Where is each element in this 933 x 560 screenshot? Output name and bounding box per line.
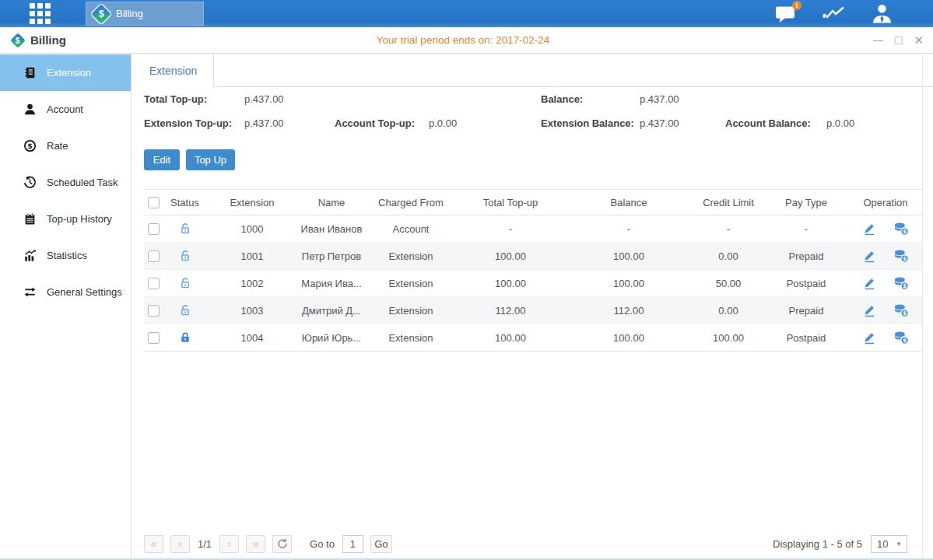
taskbar-item-billing[interactable]: $ Billing — [86, 2, 204, 26]
balance-cell: 100.00 — [564, 270, 693, 297]
goto-label: Go to — [310, 538, 335, 550]
select-all-checkbox[interactable] — [148, 197, 160, 208]
edit-icon[interactable] — [862, 250, 876, 263]
trial-period-notice: Your trial period ends on: 2017-02-24 — [377, 34, 549, 46]
table-row: 1003 Дмитрий Д... Extension 112.00 112.0… — [144, 297, 922, 324]
table-row: 1001 Петр Петров Extension 100.00 100.00… — [144, 243, 922, 270]
charged-from-cell: Extension — [365, 324, 457, 352]
first-page-button[interactable]: « — [144, 535, 163, 553]
account-topup-label: Account Top-up: — [335, 117, 415, 129]
svg-text:$: $ — [27, 142, 33, 150]
tab-extension[interactable]: Extension — [133, 54, 214, 88]
edit-icon[interactable] — [862, 331, 876, 345]
billing-window-icon: $ — [10, 33, 26, 48]
extension-icon — [23, 66, 37, 79]
col-pay-type: Pay Type — [763, 190, 849, 215]
credit-limit-cell: 0.00 — [693, 297, 763, 324]
prev-page-button[interactable]: ‹ — [170, 535, 190, 553]
minimize-icon[interactable]: — — [873, 35, 883, 45]
user-account-icon[interactable] — [872, 4, 893, 23]
account-balance-label: Account Balance: — [725, 117, 811, 129]
maximize-icon[interactable]: □ — [895, 34, 903, 47]
account-balance-value: p.0.00 — [826, 117, 854, 129]
sidebar-item-scheduled-task[interactable]: Scheduled Task — [0, 164, 131, 201]
sidebar-item-general-settings[interactable]: General Settings — [0, 274, 131, 310]
svg-text:$: $ — [903, 229, 907, 235]
unlocked-icon — [179, 304, 191, 317]
unlocked-icon — [179, 222, 191, 235]
sidebar-item-extension[interactable]: Extension — [0, 54, 131, 91]
messages-icon[interactable]: ! — [775, 5, 796, 23]
desktop-topbar: $ Billing ! — [0, 0, 933, 27]
page-size-select[interactable]: 10 ▼ — [871, 535, 907, 553]
tab-bar: Extension — [132, 54, 933, 87]
goto-page-input[interactable] — [342, 535, 363, 553]
resource-monitor-icon[interactable] — [823, 5, 845, 23]
total-topup-cell: 100.00 — [457, 270, 564, 297]
balance-cell: 112.00 — [564, 297, 693, 324]
col-extension: Extension — [206, 190, 298, 215]
sidebar-item-statistics[interactable]: Statistics — [0, 237, 131, 274]
credit-limit-cell: 50.00 — [693, 270, 763, 297]
top-up-button[interactable]: Top Up — [186, 149, 235, 170]
refresh-icon[interactable] — [272, 535, 292, 553]
topup-icon[interactable]: $ — [893, 277, 909, 290]
charged-from-cell: Extension — [365, 297, 457, 324]
total-topup-cell: 100.00 — [457, 243, 564, 270]
notification-badge: ! — [792, 1, 801, 10]
topup-icon[interactable]: $ — [893, 250, 909, 263]
balance-cell: 100.00 — [564, 243, 693, 270]
charged-from-cell: Extension — [365, 243, 457, 270]
extension-table: Status Extension Name Charged From Total… — [144, 189, 922, 352]
row-checkbox[interactable] — [148, 332, 160, 344]
unlocked-icon — [179, 250, 191, 262]
apps-menu-icon[interactable] — [30, 3, 51, 24]
table-row: 1004 Юрий Юрь... Extension 100.00 100.00… — [144, 324, 922, 352]
extension-balance-label: Extension Balance: — [541, 117, 634, 129]
topup-icon[interactable]: $ — [893, 222, 909, 236]
edit-button[interactable]: Edit — [144, 149, 180, 170]
row-checkbox[interactable] — [148, 223, 160, 235]
total-topup-cell: - — [457, 215, 564, 243]
charged-from-cell: Account — [365, 215, 457, 243]
edit-icon[interactable] — [862, 277, 876, 290]
total-topup-cell: 112.00 — [457, 297, 564, 324]
total-topup-value: p.437.00 — [244, 93, 284, 105]
sidebar-item-topup-history[interactable]: Top-up History — [0, 201, 131, 237]
name-cell: Иван Иванов — [298, 215, 365, 243]
sidebar-item-account[interactable]: Account — [0, 91, 131, 128]
last-page-button[interactable]: » — [246, 535, 265, 553]
total-topup-label: Total Top-up: — [144, 93, 207, 105]
edit-icon[interactable] — [862, 304, 876, 317]
general-settings-icon — [23, 285, 37, 299]
page-size-value: 10 — [877, 538, 888, 550]
credit-limit-cell: 0.00 — [693, 243, 763, 270]
next-page-button[interactable]: › — [219, 535, 239, 553]
extension-cell: 1000 — [206, 215, 298, 243]
unlocked-icon — [179, 277, 191, 289]
edit-icon[interactable] — [862, 222, 876, 236]
window-title: Billing — [30, 33, 66, 47]
name-cell: Дмитрий Д... — [298, 297, 365, 324]
close-icon[interactable]: ✕ — [914, 34, 924, 46]
row-checkbox[interactable] — [148, 278, 160, 289]
sidebar-item-rate[interactable]: $ Rate — [0, 128, 131, 164]
balance-label: Balance: — [541, 93, 583, 105]
chevron-down-icon: ▼ — [896, 541, 902, 548]
col-status: Status — [163, 190, 206, 215]
row-checkbox[interactable] — [148, 250, 160, 262]
sidebar-item-label: Extension — [47, 67, 91, 79]
name-cell: Юрий Юрь... — [298, 324, 365, 352]
topup-icon[interactable]: $ — [893, 331, 909, 345]
svg-text:$: $ — [903, 338, 907, 344]
table-row: 1002 Мария Ива... Extension 100.00 100.0… — [144, 270, 922, 297]
col-charged-from: Charged From — [365, 190, 457, 215]
sidebar-item-label: Top-up History — [47, 213, 112, 225]
total-topup-cell: 100.00 — [457, 324, 564, 352]
col-credit-limit: Credit Limit — [693, 190, 763, 215]
svg-text:$: $ — [903, 256, 907, 262]
topup-icon[interactable]: $ — [893, 304, 909, 317]
billing-sidebar: Extension Account $ Rate Scheduled Task — [0, 54, 132, 560]
row-checkbox[interactable] — [148, 305, 160, 317]
go-button[interactable]: Go — [370, 535, 392, 553]
